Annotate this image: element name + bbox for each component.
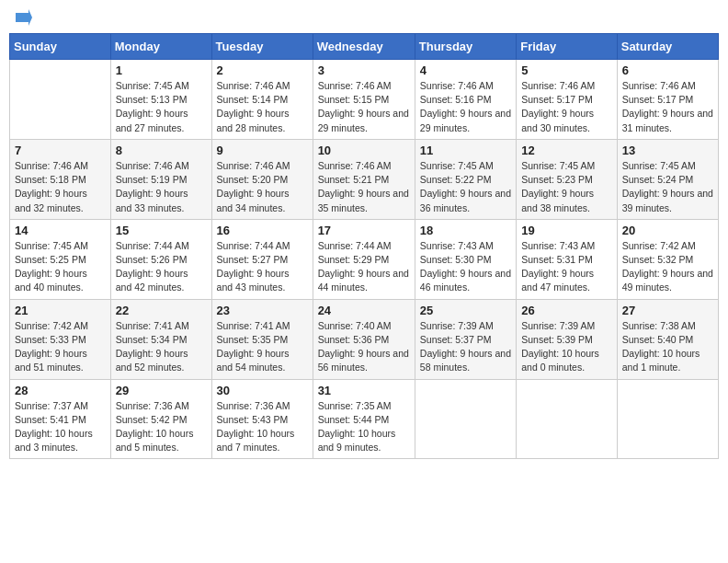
- sunset-text: Sunset: 5:18 PM: [15, 174, 86, 185]
- calendar-cell: 28 Sunrise: 7:37 AM Sunset: 5:41 PM Dayl…: [10, 379, 111, 459]
- day-number: 19: [521, 224, 612, 237]
- page-header: [9, 9, 719, 26]
- calendar-cell: [10, 60, 111, 140]
- daylight-text: Daylight: 9 hours and 54 minutes.: [217, 348, 290, 373]
- day-number: 11: [420, 144, 511, 157]
- daylight-text: Daylight: 9 hours and 34 minutes.: [217, 188, 290, 213]
- day-info: Sunrise: 7:46 AM Sunset: 5:17 PM Dayligh…: [521, 79, 612, 135]
- daylight-text: Daylight: 9 hours and 46 minutes.: [420, 268, 511, 293]
- day-info: Sunrise: 7:46 AM Sunset: 5:18 PM Dayligh…: [15, 159, 106, 215]
- day-number: 12: [521, 144, 612, 157]
- sunrise-text: Sunrise: 7:44 AM: [116, 240, 189, 251]
- calendar-cell: 20 Sunrise: 7:42 AM Sunset: 5:32 PM Dayl…: [617, 219, 718, 299]
- sunrise-text: Sunrise: 7:42 AM: [622, 240, 696, 251]
- sunset-text: Sunset: 5:42 PM: [116, 414, 188, 425]
- calendar-cell: 27 Sunrise: 7:38 AM Sunset: 5:40 PM Dayl…: [617, 299, 718, 379]
- svg-marker-0: [16, 9, 32, 26]
- day-info: Sunrise: 7:46 AM Sunset: 5:19 PM Dayligh…: [116, 159, 207, 215]
- sunrise-text: Sunrise: 7:43 AM: [521, 240, 595, 251]
- calendar-cell: 8 Sunrise: 7:46 AM Sunset: 5:19 PM Dayli…: [110, 139, 211, 219]
- day-number: 15: [116, 224, 207, 237]
- daylight-text: Daylight: 9 hours and 51 minutes.: [15, 348, 87, 373]
- sunrise-text: Sunrise: 7:45 AM: [521, 160, 595, 171]
- sunrise-text: Sunrise: 7:39 AM: [521, 320, 595, 331]
- day-number: 31: [318, 384, 410, 397]
- day-info: Sunrise: 7:45 AM Sunset: 5:23 PM Dayligh…: [521, 159, 612, 215]
- sunrise-text: Sunrise: 7:42 AM: [15, 320, 88, 331]
- day-info: Sunrise: 7:42 AM Sunset: 5:32 PM Dayligh…: [622, 239, 713, 295]
- daylight-text: Daylight: 10 hours and 7 minutes.: [217, 428, 295, 453]
- sunrise-text: Sunrise: 7:40 AM: [318, 320, 392, 331]
- day-number: 5: [521, 63, 612, 77]
- calendar-cell: 25 Sunrise: 7:39 AM Sunset: 5:37 PM Dayl…: [415, 299, 516, 379]
- sunrise-text: Sunrise: 7:44 AM: [318, 240, 392, 251]
- day-of-week-header: Thursday: [415, 34, 516, 60]
- day-number: 26: [521, 304, 612, 317]
- sunrise-text: Sunrise: 7:41 AM: [217, 320, 290, 331]
- day-info: Sunrise: 7:36 AM Sunset: 5:42 PM Dayligh…: [116, 399, 207, 455]
- sunrise-text: Sunrise: 7:36 AM: [217, 400, 290, 411]
- sunset-text: Sunset: 5:23 PM: [521, 174, 593, 185]
- day-info: Sunrise: 7:46 AM Sunset: 5:15 PM Dayligh…: [318, 79, 410, 135]
- day-number: 8: [116, 144, 207, 157]
- day-of-week-header: Saturday: [617, 34, 718, 60]
- day-number: 29: [116, 384, 207, 397]
- calendar-cell: 14 Sunrise: 7:45 AM Sunset: 5:25 PM Dayl…: [10, 219, 111, 299]
- sunrise-text: Sunrise: 7:36 AM: [116, 400, 189, 411]
- sunrise-text: Sunrise: 7:46 AM: [318, 160, 392, 171]
- day-number: 2: [217, 63, 308, 77]
- day-info: Sunrise: 7:46 AM Sunset: 5:16 PM Dayligh…: [420, 79, 511, 135]
- day-number: 23: [217, 304, 308, 317]
- calendar-cell: 10 Sunrise: 7:46 AM Sunset: 5:21 PM Dayl…: [313, 139, 415, 219]
- day-info: Sunrise: 7:42 AM Sunset: 5:33 PM Dayligh…: [15, 319, 106, 375]
- calendar-week-row: 21 Sunrise: 7:42 AM Sunset: 5:33 PM Dayl…: [10, 299, 719, 379]
- day-info: Sunrise: 7:45 AM Sunset: 5:13 PM Dayligh…: [116, 79, 207, 135]
- daylight-text: Daylight: 10 hours and 9 minutes.: [318, 428, 396, 453]
- calendar-cell: 6 Sunrise: 7:46 AM Sunset: 5:17 PM Dayli…: [617, 60, 718, 140]
- calendar-cell: 1 Sunrise: 7:45 AM Sunset: 5:13 PM Dayli…: [110, 60, 211, 140]
- calendar-cell: 9 Sunrise: 7:46 AM Sunset: 5:20 PM Dayli…: [211, 139, 313, 219]
- calendar-cell: 13 Sunrise: 7:45 AM Sunset: 5:24 PM Dayl…: [617, 139, 718, 219]
- day-number: 4: [420, 63, 511, 77]
- day-info: Sunrise: 7:45 AM Sunset: 5:24 PM Dayligh…: [622, 159, 713, 215]
- sunrise-text: Sunrise: 7:46 AM: [217, 160, 290, 171]
- daylight-text: Daylight: 9 hours and 56 minutes.: [318, 348, 409, 373]
- daylight-text: Daylight: 9 hours and 44 minutes.: [318, 268, 409, 293]
- daylight-text: Daylight: 9 hours and 49 minutes.: [622, 268, 713, 293]
- sunset-text: Sunset: 5:14 PM: [217, 94, 289, 105]
- sunrise-text: Sunrise: 7:46 AM: [15, 160, 88, 171]
- sunrise-text: Sunrise: 7:35 AM: [318, 400, 392, 411]
- calendar-cell: 12 Sunrise: 7:45 AM Sunset: 5:23 PM Dayl…: [517, 139, 618, 219]
- day-of-week-header: Sunday: [10, 34, 111, 60]
- sunset-text: Sunset: 5:21 PM: [318, 174, 390, 185]
- sunset-text: Sunset: 5:17 PM: [622, 94, 694, 105]
- sunrise-text: Sunrise: 7:46 AM: [116, 160, 189, 171]
- calendar-week-row: 1 Sunrise: 7:45 AM Sunset: 5:13 PM Dayli…: [10, 60, 719, 140]
- day-of-week-header: Tuesday: [211, 34, 313, 60]
- daylight-text: Daylight: 9 hours and 31 minutes.: [622, 108, 713, 132]
- day-number: 17: [318, 224, 410, 237]
- day-info: Sunrise: 7:44 AM Sunset: 5:27 PM Dayligh…: [217, 239, 308, 295]
- calendar-cell: 11 Sunrise: 7:45 AM Sunset: 5:22 PM Dayl…: [415, 139, 516, 219]
- daylight-text: Daylight: 9 hours and 38 minutes.: [521, 188, 594, 213]
- day-number: 25: [420, 304, 511, 317]
- daylight-text: Daylight: 9 hours and 30 minutes.: [521, 108, 594, 132]
- sunset-text: Sunset: 5:43 PM: [217, 414, 289, 425]
- sunrise-text: Sunrise: 7:39 AM: [420, 320, 494, 331]
- sunset-text: Sunset: 5:24 PM: [622, 174, 694, 185]
- calendar-table: SundayMondayTuesdayWednesdayThursdayFrid…: [9, 33, 719, 459]
- day-number: 16: [217, 224, 308, 237]
- sunset-text: Sunset: 5:36 PM: [318, 334, 390, 345]
- day-info: Sunrise: 7:39 AM Sunset: 5:37 PM Dayligh…: [420, 319, 511, 375]
- calendar-week-row: 7 Sunrise: 7:46 AM Sunset: 5:18 PM Dayli…: [10, 139, 719, 219]
- day-number: 9: [217, 144, 308, 157]
- calendar-cell: 5 Sunrise: 7:46 AM Sunset: 5:17 PM Dayli…: [517, 60, 618, 140]
- sunset-text: Sunset: 5:37 PM: [420, 334, 492, 345]
- sunrise-text: Sunrise: 7:46 AM: [420, 80, 494, 91]
- calendar-cell: [517, 379, 618, 459]
- sunrise-text: Sunrise: 7:45 AM: [420, 160, 494, 171]
- day-of-week-header: Wednesday: [313, 34, 415, 60]
- sunrise-text: Sunrise: 7:41 AM: [116, 320, 189, 331]
- day-info: Sunrise: 7:40 AM Sunset: 5:36 PM Dayligh…: [318, 319, 410, 375]
- calendar-cell: 18 Sunrise: 7:43 AM Sunset: 5:30 PM Dayl…: [415, 219, 516, 299]
